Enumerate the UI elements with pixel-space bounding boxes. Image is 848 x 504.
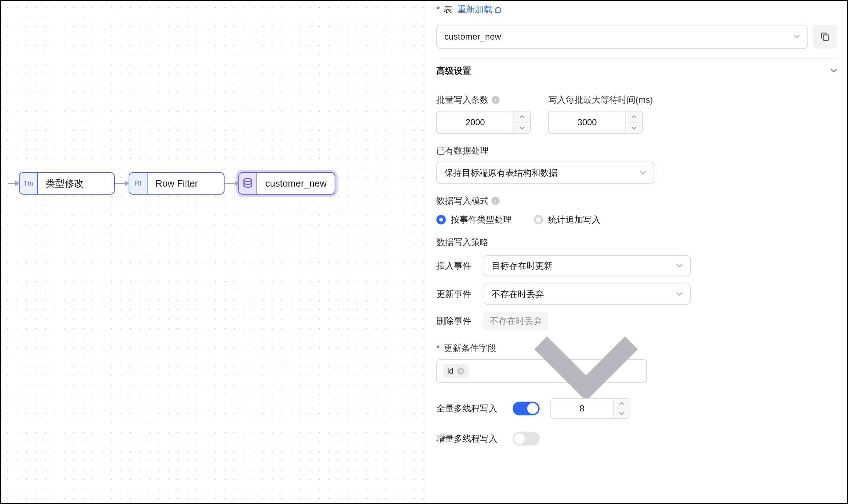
select-value: 目标存在时更新 [492,260,553,272]
switch-knob [527,403,538,414]
delete-event-value: 不存在时丢弃 [484,312,548,330]
copy-button[interactable] [813,25,837,49]
existing-data-label: 已有数据处理 [436,145,837,157]
tag-remove-button[interactable]: ✕ [457,367,464,375]
write-strategy-label: 数据写入策略 [436,236,837,248]
full-multithread-input[interactable]: 8 [550,398,630,419]
update-event-select[interactable]: 不存在时丢弃 [484,284,691,305]
chevron-down-icon [794,33,800,40]
properties-panel: * 表 重新加载 customer_new [426,1,847,503]
table-label: * 表 [436,4,452,15]
required-star: * [436,343,440,353]
select-value: 不存在时丢弃 [492,288,544,300]
insert-event-label: 插入事件 [436,260,476,272]
radio-dot [436,215,446,224]
chevron-down-icon [676,291,683,297]
chevron-down-icon [532,334,641,409]
svg-point-0 [244,179,251,182]
database-icon [239,173,257,194]
stepper-down-button[interactable] [514,123,530,134]
reload-icon [494,6,502,13]
select-value: 保持目标端原有表结构和数据 [444,167,558,179]
radio-append-stats[interactable]: 统计追加写入 [534,214,601,225]
node-row-filter[interactable]: Rf Row Filter [129,172,225,195]
reload-link[interactable]: 重新加载 [457,4,502,15]
select-value: customer_new [444,32,501,42]
required-star: * [436,4,440,14]
existing-data-select[interactable]: 保持目标端原有表结构和数据 [436,162,654,184]
update-condition-select[interactable]: id ✕ [436,359,647,383]
delete-event-label: 删除事件 [436,315,476,327]
node-label: 类型修改 [38,177,114,190]
node-customer-new[interactable]: customer_new [238,172,335,195]
update-event-label: 更新事件 [436,288,476,300]
stepper-down-button[interactable] [626,123,642,134]
input-value: 2000 [437,111,513,133]
radio-dot [534,215,543,224]
tag-id: id ✕ [443,364,469,378]
max-wait-label: 写入每批最大等待时间(ms) [548,94,679,106]
node-label: Row Filter [148,178,224,189]
node-label: customer_new [257,178,335,189]
max-wait-input[interactable]: 3000 [548,111,643,134]
input-value: 8 [551,399,613,418]
input-value: 3000 [549,111,625,133]
stepper-up-button[interactable] [614,399,630,409]
chevron-down-icon [676,263,683,269]
workflow-canvas[interactable]: Tm 类型修改 Rf Row Filter [1,1,426,503]
stepper-up-button[interactable] [514,111,530,123]
info-icon[interactable]: i [492,197,500,205]
stepper-up-button[interactable] [626,111,642,123]
node-badge: Rf [129,173,148,194]
incr-multithread-label: 增量多线程写入 [436,433,502,444]
chevron-down-icon [640,170,646,176]
switch-knob [514,433,525,444]
node-type-modify[interactable]: Tm 类型修改 [19,172,115,195]
arrow-icon [8,183,19,184]
full-multithread-toggle[interactable] [513,402,540,415]
arrow-icon [115,183,129,184]
full-multithread-label: 全量多线程写入 [436,403,502,414]
batch-write-label: 批量写入条数 i [436,94,531,106]
table-select[interactable]: customer_new [436,25,808,49]
advanced-section-header[interactable]: 高级设置 [436,58,837,83]
write-mode-label: 数据写入模式 i [436,195,837,207]
batch-write-input[interactable]: 2000 [436,111,531,134]
node-badge: Tm [20,173,38,194]
arrow-icon [225,183,238,184]
info-icon[interactable]: i [492,96,500,104]
chevron-down-icon [831,68,837,74]
radio-by-event-type[interactable]: 按事件类型处理 [436,214,512,225]
incr-multithread-toggle[interactable] [513,432,540,446]
svg-rect-1 [823,35,829,40]
stepper-down-button[interactable] [614,409,630,418]
insert-event-select[interactable]: 目标存在时更新 [484,255,691,276]
